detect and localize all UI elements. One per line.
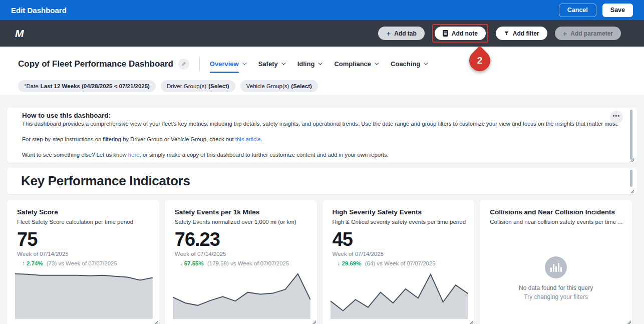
note-scrollbar[interactable] [630, 110, 632, 160]
add-note-button[interactable]: Add note [435, 27, 486, 40]
add-tab-label: Add tab [394, 30, 417, 37]
tab-idling[interactable]: Idling [297, 60, 321, 69]
card-delta: ↓ 29.69% (64) vs Week of 07/07/2025 [338, 260, 468, 266]
note-text: Want to see something else? Let us know [22, 152, 128, 158]
filter-chips: *Date Last 12 Weeks (04/28/2025 < 07/21/… [18, 80, 632, 92]
delta-percent: 29.69% [342, 260, 361, 266]
toolbar-actions: + Add tab Add note Add filter + Add par [378, 24, 621, 43]
annotation-highlight-box: Add note [432, 24, 488, 43]
card-delta: ↑ 2.74% (73) vs Week of 07/07/2025 [22, 260, 152, 266]
note-heading: How to use this dashboard: [22, 112, 617, 119]
sparkline-chart [331, 270, 468, 319]
step-annotation-number: 2 [469, 50, 490, 71]
note-resize-grip[interactable] [630, 158, 634, 162]
bar-chart-icon [545, 256, 567, 278]
kpi-section-resize-grip[interactable] [630, 189, 634, 193]
title-row: Copy of Fleet Performance Dashboard ✎ Ov… [18, 58, 632, 71]
no-data-subtitle: Try changing your filters [480, 293, 632, 300]
this-article-link[interactable]: this article [235, 136, 261, 142]
kpi-cards-row: Safety Score Fleet Safety Score calculat… [7, 200, 632, 324]
high-severity-card[interactable]: High Severity Safety Events High & Criti… [323, 200, 475, 324]
tab-label: Idling [297, 60, 315, 68]
tab-coaching[interactable]: Coaching [391, 60, 427, 69]
dashboard-toolbar: M + Add tab Add note Add filter [0, 20, 644, 47]
dashboard-tabs: Overview Safety Idling Compliance Coachi… [210, 60, 427, 69]
tab-label: Overview [210, 60, 239, 68]
chip-value: (Select) [291, 83, 312, 89]
kpi-section-heading: Key Performance Indicators [21, 173, 190, 189]
divider [199, 58, 200, 71]
tab-safety[interactable]: Safety [258, 60, 284, 69]
note-icon [443, 30, 448, 37]
here-link[interactable]: here [128, 152, 140, 158]
safety-score-card[interactable]: Safety Score Fleet Safety Score calculat… [7, 200, 159, 324]
delta-compare: (73) vs Week of 07/07/2025 [47, 260, 117, 266]
trend-down-icon: ↓ [180, 260, 183, 266]
note-text: , or simply make a copy of this dashboar… [139, 152, 388, 158]
motive-logo: M [15, 28, 24, 40]
safety-events-card[interactable]: Safety Events per 1k Miles Safety Events… [165, 200, 317, 324]
card-title: High Severity Safety Events [333, 208, 468, 216]
plus-icon: + [386, 30, 391, 37]
edit-mode-actions: Cancel Save [559, 4, 633, 17]
note-paragraph: Want to see something else? Let us know … [22, 152, 617, 158]
card-title: Collisions and Near Collision Incidents [490, 208, 625, 216]
tab-compliance[interactable]: Compliance [334, 60, 378, 69]
note-paragraph: This dashboard provides a comprehensive … [22, 121, 617, 127]
kpi-section-scrollbar[interactable] [630, 170, 632, 187]
tab-overview[interactable]: Overview [210, 60, 245, 69]
save-button[interactable]: Save [602, 4, 633, 17]
note-options-button[interactable]: ••• [610, 111, 623, 124]
ellipsis-icon: ••• [612, 113, 620, 119]
chip-label: Vehicle Group(s) [246, 83, 289, 89]
add-tab-button[interactable]: + Add tab [378, 27, 424, 40]
add-filter-button[interactable]: Add filter [496, 27, 547, 40]
delta-percent: 2.74% [27, 260, 43, 266]
card-resize-grip[interactable] [469, 320, 473, 324]
add-parameter-label: Add parameter [570, 30, 613, 37]
note-text: For step-by-step instructions on filteri… [22, 136, 235, 142]
area-fill [15, 274, 153, 319]
pencil-icon: ✎ [181, 61, 186, 68]
dashboard-head: Copy of Fleet Performance Dashboard ✎ Ov… [0, 47, 644, 95]
kpi-section-widget[interactable]: Key Performance Indicators [7, 168, 637, 194]
add-note-label: Add note [452, 30, 478, 37]
card-period: Week of 07/14/2025 [333, 251, 468, 257]
collisions-card[interactable]: Collisions and Near Collision Incidents … [480, 200, 632, 324]
card-resize-grip[interactable] [312, 320, 316, 324]
chevron-down-icon [242, 61, 246, 65]
card-value: 76.23 [175, 230, 310, 249]
add-parameter-button[interactable]: + Add parameter [555, 27, 621, 40]
driver-group-filter-chip[interactable]: Driver Group(s) (Select) [161, 80, 235, 92]
date-filter-chip[interactable]: *Date Last 12 Weeks (04/28/2025 < 07/21/… [18, 80, 156, 92]
note-widget[interactable]: How to use this dashboard: This dashboar… [7, 108, 637, 163]
vehicle-group-filter-chip[interactable]: Vehicle Group(s) (Select) [240, 80, 318, 92]
card-title: Safety Score [17, 208, 152, 216]
card-value: 75 [17, 230, 152, 249]
card-value: 45 [333, 230, 468, 249]
card-subtitle: High & Critical severity safety events p… [333, 219, 468, 225]
card-resize-grip[interactable] [154, 320, 158, 324]
chevron-down-icon [318, 61, 323, 65]
delta-compare: (64) vs Week of 07/07/2025 [365, 260, 436, 266]
edit-title-button[interactable]: ✎ [178, 59, 189, 70]
tab-label: Coaching [391, 60, 420, 68]
chevron-down-icon [424, 61, 428, 65]
trend-down-icon: ↓ [338, 260, 341, 266]
note-paragraph: For step-by-step instructions on filteri… [22, 136, 617, 142]
delta-percent: 57.55% [184, 260, 204, 266]
step-annotation-badge: 2 [465, 46, 494, 75]
sparkline-chart [173, 270, 310, 319]
no-data-title: No data found for this query [480, 284, 632, 291]
no-data-state: No data found for this query Try changin… [480, 256, 632, 300]
chip-label: *Date [24, 83, 39, 89]
card-subtitle: Collision and near collision safety even… [490, 219, 625, 225]
card-resize-grip[interactable] [627, 320, 631, 324]
cancel-button[interactable]: Cancel [559, 4, 596, 17]
note-text: . [261, 136, 262, 142]
chevron-down-icon [281, 61, 285, 65]
dashboard-body: How to use this dashboard: This dashboar… [0, 108, 644, 324]
card-period: Week of 07/14/2025 [17, 251, 152, 257]
add-filter-label: Add filter [513, 30, 539, 37]
delta-compare: (179.58) vs Week of 07/07/2025 [207, 260, 289, 266]
